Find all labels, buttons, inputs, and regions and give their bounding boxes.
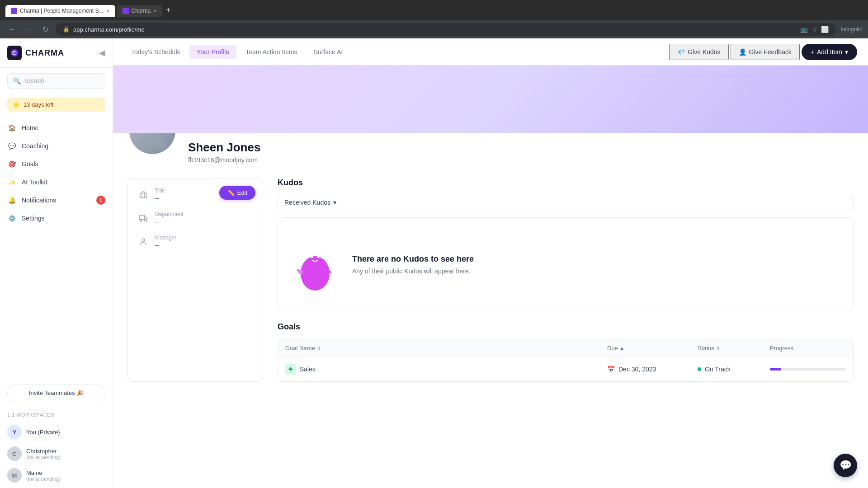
status-dot — [698, 367, 701, 371]
address-bar[interactable]: 🔒 app.charma.com/profile/me 📺 ☆ ⬜ — [56, 23, 836, 36]
goal-status-cell: On Track — [690, 357, 763, 381]
kudos-dropdown[interactable]: Received Kudos ▾ — [278, 195, 854, 210]
svg-rect-5 — [140, 215, 145, 220]
kudos-dropdown-label: Received Kudos — [284, 199, 330, 206]
nav-todays-schedule[interactable]: Today's Schedule — [124, 45, 188, 59]
goal-name: Sales — [300, 366, 316, 373]
forward-button[interactable]: → — [23, 24, 35, 34]
workspace-info-you: You (Private) — [26, 429, 60, 436]
bell-icon: 🔔 — [7, 196, 16, 205]
workspace-avatar-you: Y — [7, 425, 22, 439]
invite-button-container: Invite Teammates 🎉 — [0, 377, 113, 408]
trial-banner: ⭐ 13 days left — [7, 98, 105, 112]
manager-row: Manager -- — [137, 235, 254, 249]
svg-text:C: C — [12, 50, 16, 56]
search-container: 🔍 — [0, 68, 113, 94]
svg-rect-4 — [140, 193, 147, 198]
profile-email: fb193c18@moodjoy.com — [188, 156, 260, 164]
profile-hero — [113, 66, 868, 133]
back-button[interactable]: ← — [5, 24, 18, 34]
goals-section: Goals Goal Name ⇅ Due ▲ — [278, 322, 854, 382]
goal-due-cell: 📅 Dec 30, 2023 — [600, 357, 690, 381]
sidebar-item-ai-toolkit[interactable]: ✨ AI Toolkit — [0, 173, 113, 191]
col-due-label: Due — [607, 345, 618, 352]
col-status[interactable]: Status ⇅ — [690, 339, 763, 357]
edit-button[interactable]: ✏️ Edit — [219, 186, 255, 200]
profile-info-section: Sheen Jones fb193c18@moodjoy.com — [188, 133, 260, 171]
add-icon: + — [811, 48, 814, 56]
incognito-label: Incognito — [840, 26, 863, 33]
ai-icon: ✨ — [7, 178, 16, 187]
lock-icon: 🔒 — [63, 26, 70, 33]
col-due[interactable]: Due ▲ — [600, 339, 690, 357]
give-kudos-label: Give Kudos — [688, 48, 720, 56]
chat-button[interactable]: 💬 — [834, 454, 857, 477]
browser-tab-1[interactable]: Charma | People Management S... ✕ — [5, 5, 115, 17]
incognito-button[interactable]: Incognito — [840, 26, 863, 33]
sidebar-item-coaching[interactable]: 💬 Coaching — [0, 137, 113, 155]
tab2-label: Charma — [132, 8, 151, 14]
workspace-avatar-christopher: C — [7, 446, 22, 461]
cast-icon: 📺 — [800, 26, 808, 33]
browser-tab-2[interactable]: Charma ✕ — [117, 5, 163, 17]
workspace-name-maine: Maine — [26, 469, 61, 476]
calendar-icon: 📅 — [607, 366, 615, 373]
bookmark-icon: ☆ — [811, 26, 817, 33]
address-icons: 📺 ☆ ⬜ — [800, 26, 829, 33]
workspace-item-christopher[interactable]: C Christopher (Invite pending) — [7, 443, 105, 465]
tab2-close[interactable]: ✕ — [153, 9, 157, 14]
new-tab-button[interactable]: + — [164, 4, 173, 17]
col-goal-name[interactable]: Goal Name ⇅ — [278, 339, 600, 357]
reload-button[interactable]: ↻ — [40, 24, 51, 35]
title-icon — [137, 188, 150, 201]
chat-icon: 💬 — [840, 460, 852, 471]
col-status-sort: ⇅ — [716, 346, 720, 351]
table-row[interactable]: Sales 📅 Dec 30, 2023 On Track — [278, 357, 853, 381]
trial-text: 13 days left — [24, 101, 54, 108]
workspace-name-christopher: Christopher — [26, 448, 61, 455]
tab1-close[interactable]: ✕ — [106, 9, 110, 14]
progress-bar-fill — [770, 368, 781, 371]
sidebar-item-settings[interactable]: ⚙️ Settings — [0, 209, 113, 227]
nav-surface-ai[interactable]: Surface AI — [307, 45, 350, 59]
nav-team-action-items[interactable]: Team Action Items — [238, 45, 304, 59]
sidebar-item-notifications[interactable]: 🔔 Notifications 1 — [0, 191, 113, 209]
workspace-item-you[interactable]: Y You (Private) — [7, 421, 105, 443]
department-row: Department -- — [137, 211, 254, 225]
workspace-sub-christopher: (Invite pending) — [26, 455, 61, 460]
give-feedback-label: Give Feedback — [749, 48, 792, 56]
invite-teammates-button[interactable]: Invite Teammates 🎉 — [7, 385, 105, 401]
workspace-info-christopher: Christopher (Invite pending) — [26, 448, 61, 460]
kudos-section: Kudos Received Kudos ▾ — [278, 178, 854, 311]
goal-name-cell: Sales — [278, 357, 600, 381]
give-kudos-button[interactable]: 💎 Give Kudos — [669, 44, 728, 60]
tab1-label: Charma | People Management S... — [20, 8, 104, 14]
address-bar-text: app.charma.com/profile/me — [73, 26, 145, 33]
app-container: C CHARMA ◀ 🔍 ⭐ 13 days left 🏠 Home 💬 C — [0, 38, 868, 488]
goal-icon — [285, 364, 296, 375]
search-input[interactable] — [24, 77, 104, 84]
sidebar-collapse-button[interactable]: ◀ — [99, 48, 105, 58]
sidebar-item-goals[interactable]: 🎯 Goals — [0, 155, 113, 173]
notifications-badge: 1 — [96, 196, 105, 205]
main-content: Today's Schedule Your Profile Team Actio… — [113, 38, 868, 488]
sidebar-item-home[interactable]: 🏠 Home — [0, 119, 113, 137]
browser-chrome: Charma | People Management S... ✕ Charma… — [0, 0, 868, 20]
workspace-section: 1:1 Workspaces Y You (Private) C Christo… — [0, 408, 113, 488]
kudos-title: Kudos — [278, 178, 854, 188]
sidebar-item-goals-label: Goals — [22, 160, 105, 168]
department-value: -- — [155, 218, 254, 225]
profile-icon: ⬜ — [821, 26, 829, 33]
kudos-empty-text: There are no Kudos to see here Any of th… — [352, 254, 474, 275]
give-feedback-button[interactable]: 👤 Give Feedback — [731, 44, 800, 60]
coaching-icon: 💬 — [7, 141, 16, 150]
manager-label: Manager — [155, 235, 254, 241]
add-item-button[interactable]: + Add Item ▾ — [802, 44, 857, 60]
goals-table: Goal Name ⇅ Due ▲ Status — [278, 339, 854, 382]
workspace-item-maine[interactable]: M Maine (Invite pending) — [7, 465, 105, 486]
goal-status: On Track — [705, 366, 731, 373]
progress-bar-container — [770, 368, 846, 371]
nav-your-profile[interactable]: Your Profile — [189, 45, 236, 59]
kudos-empty-title: There are no Kudos to see here — [352, 254, 474, 264]
profile-name: Sheen Jones — [188, 141, 260, 155]
